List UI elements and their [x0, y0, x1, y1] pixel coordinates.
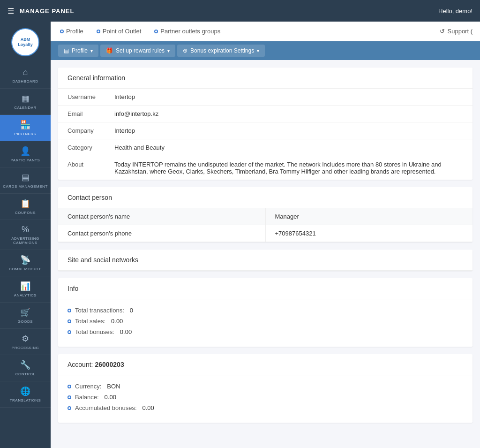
nav-item-point-of-outlet[interactable]: Point of Outlet: [95, 28, 143, 35]
sidebar-item-goods[interactable]: 🛒 GOODS: [0, 303, 51, 329]
main-content: Profile Point of Outlet Partner outlets …: [51, 22, 480, 448]
table-row: Contact person's name Manager: [58, 208, 472, 225]
sidebar-item-dashboard[interactable]: ⌂ DASHBOARD: [0, 63, 51, 89]
reward-icon: 🎁: [106, 47, 113, 54]
field-label: Email: [58, 106, 105, 122]
general-info-table: Username Intertop Email info@intertop.kz…: [58, 89, 472, 180]
info-key: Total transactions:: [75, 307, 124, 314]
sidebar-item-label: PARTNERS: [15, 132, 37, 136]
info-key: Total sales:: [75, 318, 105, 325]
sidebar-item-label: PARTICIPANTS: [11, 158, 40, 162]
contact-phone-value: +70987654321: [265, 225, 472, 242]
list-item: Total transactions: 0: [68, 307, 463, 314]
support-link[interactable]: ↺ Support (: [440, 28, 472, 35]
account-value: 0.00: [105, 394, 116, 401]
nav-item-partner-outlets[interactable]: Partner outlets groups: [152, 28, 222, 35]
field-label: Username: [58, 89, 105, 106]
bullet-icon: [68, 395, 71, 399]
info-value: 0.00: [111, 318, 123, 325]
list-item: Total sales: 0.00: [68, 318, 463, 325]
info-key: Total bonuses:: [75, 328, 114, 335]
logo[interactable]: ABMLoyalty: [11, 28, 39, 56]
field-value: Today INTERTOP remains the undisputed le…: [105, 156, 472, 180]
toolbar: ▤ Profile ▾ 🎁 Set up reward rules ▾ ⊕ Bo…: [51, 41, 480, 60]
dashboard-icon: ⌂: [23, 68, 28, 77]
analytics-icon: 📊: [20, 281, 30, 291]
account-number: 26000203: [95, 361, 124, 368]
field-value: Intertop: [105, 122, 472, 139]
account-value: 0.00: [142, 404, 154, 411]
nav-dot: [60, 30, 64, 33]
profile-button[interactable]: ▤ Profile ▾: [58, 45, 98, 57]
site-social-title: Site and social networks: [58, 250, 472, 271]
table-row: Username Intertop: [58, 89, 472, 106]
sidebar-item-translations[interactable]: 🌐 TRANSLATIONS: [0, 381, 51, 408]
translations-icon: 🌐: [20, 386, 30, 396]
field-value: Health and Beauty: [105, 139, 472, 156]
general-info-title: General information: [58, 68, 472, 89]
sidebar-item-label: CALENDAR: [14, 106, 37, 110]
processing-icon: ⚙: [22, 334, 29, 344]
top-bar: ☰ MANAGE PANEL Hello, demo!: [0, 0, 480, 22]
info-list: Total transactions: 0 Total sales: 0.00 …: [58, 299, 472, 347]
sidebar-item-label: CONTROL: [15, 372, 36, 376]
info-card: Info Total transactions: 0 Total sales: …: [58, 278, 472, 347]
coupons-icon: 📋: [20, 198, 30, 209]
sidebar-item-coupons[interactable]: 📋 COUPONS: [0, 194, 51, 220]
top-bar-left: ☰ MANAGE PANEL: [8, 7, 74, 15]
sidebar-item-calendar[interactable]: ▦ CALENDAR: [0, 89, 51, 115]
logo-text: ABMLoyalty: [18, 37, 33, 47]
cards-icon: ▤: [22, 172, 30, 182]
sidebar-item-cards[interactable]: ▤ CARDS MANAGEMENT: [0, 167, 51, 194]
hamburger-icon[interactable]: ☰: [8, 7, 14, 15]
contact-phone-label: Contact person's phone: [58, 225, 265, 242]
nav-label-partner-outlets: Partner outlets groups: [160, 28, 220, 35]
sidebar-item-label: TRANSLATIONS: [10, 398, 41, 402]
secondary-nav: Profile Point of Outlet Partner outlets …: [51, 22, 480, 41]
sidebar-item-label: CARDS MANAGEMENT: [3, 184, 48, 189]
reward-rules-button[interactable]: 🎁 Set up reward rules ▾: [100, 45, 175, 57]
bullet-icon: [68, 319, 71, 323]
field-value: Intertop: [105, 89, 472, 106]
bonus-settings-button[interactable]: ⊕ Bonus expiration Settings ▾: [177, 45, 265, 57]
sidebar-item-label: GOODS: [18, 319, 33, 324]
sidebar: ABMLoyalty ⌂ DASHBOARD ▦ CALENDAR 🏪 PART…: [0, 22, 51, 448]
sidebar-item-processing[interactable]: ⚙ PROCESSING: [0, 329, 51, 355]
profile-icon: ▤: [64, 47, 69, 54]
bonus-icon: ⊕: [183, 47, 188, 54]
nav-dot: [97, 30, 100, 33]
contact-person-title: Contact person: [58, 187, 472, 208]
account-label: Account:: [68, 361, 95, 368]
bullet-icon: [68, 406, 71, 410]
sidebar-item-label: COMM. MODULE: [9, 267, 42, 271]
account-value: BON: [107, 383, 120, 390]
sidebar-item-comm[interactable]: 📡 COMM. MODULE: [0, 250, 51, 276]
sidebar-item-advertising[interactable]: % ADVERTISING CAMPAIGNS: [0, 220, 51, 250]
sidebar-item-partners[interactable]: 🏪 PARTNERS: [0, 115, 51, 141]
page-content: General information Username Intertop Em…: [51, 60, 480, 448]
contact-name-header: Contact person's name: [58, 208, 265, 225]
sidebar-item-label: PROCESSING: [12, 346, 39, 350]
sidebar-item-analytics[interactable]: 📊 ANALYTICS: [0, 276, 51, 303]
nav-dot: [154, 30, 158, 33]
app-title: MANAGE PANEL: [20, 8, 74, 15]
advertising-icon: %: [22, 225, 29, 235]
goods-icon: 🛒: [20, 307, 30, 318]
account-info-list: Currency: BON Balance: 0.00 Accumulated …: [58, 375, 472, 423]
sidebar-item-label: DASHBOARD: [12, 79, 38, 84]
refresh-icon: ↺: [440, 28, 445, 35]
account-card: Account: 26000203 Currency: BON Balance:…: [58, 354, 472, 423]
sidebar-item-label: ADVERTISING CAMPAIGNS: [2, 236, 49, 245]
info-value: 0.00: [120, 328, 132, 335]
nav-item-profile[interactable]: Profile: [58, 28, 85, 35]
list-item: Balance: 0.00: [68, 394, 463, 401]
field-label: About: [58, 156, 105, 180]
profile-btn-label: Profile: [72, 47, 88, 54]
info-title: Info: [58, 278, 472, 299]
table-row: Contact person's phone +70987654321: [58, 225, 472, 242]
participants-icon: 👤: [20, 146, 30, 156]
sidebar-item-control[interactable]: 🔧 CONTROL: [0, 355, 51, 381]
sidebar-item-participants[interactable]: 👤 PARTICIPANTS: [0, 141, 51, 167]
bullet-icon: [68, 385, 71, 388]
control-icon: 🔧: [20, 360, 30, 370]
